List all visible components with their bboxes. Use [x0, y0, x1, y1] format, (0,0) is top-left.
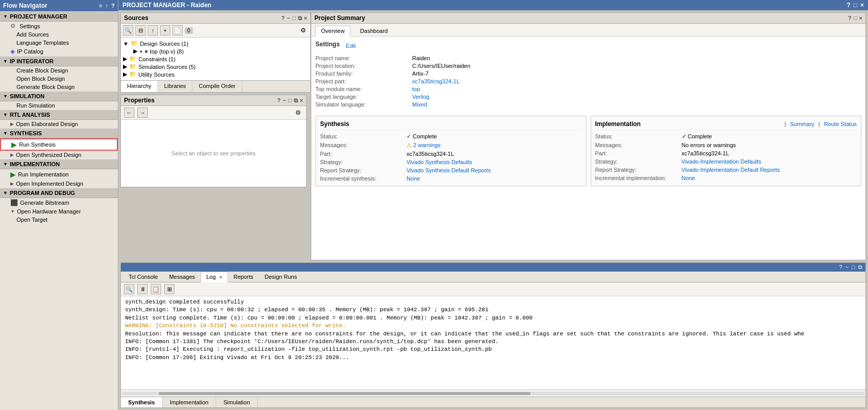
sources-min-icon[interactable]: −: [287, 15, 290, 21]
props-popout-icon[interactable]: ⧉: [294, 97, 298, 104]
flow-nav-icon-menu[interactable]: ≡: [99, 3, 102, 9]
ps-field-val-4[interactable]: top: [412, 86, 861, 92]
nav-create-block-design[interactable]: Create Block Design: [0, 66, 118, 75]
sources-refresh-btn[interactable]: ↑: [148, 25, 158, 35]
section-implementation[interactable]: ▼ IMPLEMENTATION: [0, 159, 118, 169]
console-hscrollbar[interactable]: [121, 389, 865, 397]
props-restore-icon[interactable]: □: [288, 97, 292, 103]
nav-run-simulation[interactable]: Run Simulation: [0, 101, 118, 110]
ps-tab-overview[interactable]: Overview: [315, 26, 350, 37]
section-program-debug[interactable]: ▼ PROGRAM AND DEBUG: [0, 188, 118, 198]
impl-incr-val[interactable]: None: [682, 175, 857, 181]
title-text: PROJECT MANAGER - Raiden: [122, 2, 211, 9]
synth-strategy-val[interactable]: Vivado Synthesis Defaults: [406, 159, 582, 165]
tab-tcl-console[interactable]: Tcl Console: [123, 272, 164, 282]
section-rtl-analysis[interactable]: ▼ RTL ANALYSIS: [0, 110, 118, 120]
section-synthesis[interactable]: ▼ SYNTHESIS: [0, 128, 118, 138]
tree-design-sources[interactable]: ▼ 📁 Design Sources (1): [123, 40, 308, 47]
console-search-btn[interactable]: 🔍: [124, 284, 134, 294]
ps-close-icon[interactable]: ×: [859, 15, 862, 21]
flow-nav-icon-help[interactable]: ?: [111, 3, 115, 9]
impl-check-icon: ✓: [682, 133, 688, 139]
sources-gear-btn[interactable]: ⚙: [298, 25, 308, 35]
props-gear-btn[interactable]: ⚙: [293, 108, 303, 118]
impl-route-link[interactable]: Route Status: [824, 121, 857, 127]
nav-run-implementation[interactable]: ▶ Run Implementation: [0, 169, 118, 180]
synth-incr-val[interactable]: None: [406, 175, 582, 182]
sources-restore-icon[interactable]: □: [292, 15, 296, 21]
ps-help-icon[interactable]: ?: [848, 15, 852, 21]
sources-help-icon[interactable]: ?: [281, 15, 285, 21]
sources-popout-icon[interactable]: ⧉: [298, 15, 302, 22]
tab-libraries[interactable]: Libraries: [158, 81, 192, 92]
nav-open-synthesized-design[interactable]: ▶ Open Synthesized Design: [0, 151, 118, 159]
title-close[interactable]: ×: [860, 2, 864, 9]
nav-open-block-design[interactable]: Open Block Design: [0, 75, 118, 83]
ps-field-val-3[interactable]: xc7a35ticsg324-1L: [412, 78, 861, 84]
console-copy-btn[interactable]: 📋: [151, 284, 161, 294]
tab-hierarchy[interactable]: Hierarchy: [121, 81, 158, 92]
flow-nav-icon-up[interactable]: ↑: [105, 3, 109, 9]
bottom-tab-synthesis[interactable]: Synthesis: [121, 397, 163, 407]
title-min[interactable]: □: [854, 2, 857, 9]
tab-log[interactable]: Log ×: [201, 272, 228, 282]
impl-summary-link[interactable]: Summary: [790, 121, 814, 127]
impl-report-val[interactable]: Vivado Implementation Default Reports: [682, 167, 857, 173]
nav-generate-block-design[interactable]: Generate Block Design: [0, 83, 118, 91]
nav-open-target-label: Open Target: [16, 217, 47, 223]
nav-open-hardware-manager[interactable]: ▼ Open Hardware Manager: [0, 207, 118, 216]
flow-nav-title: Flow Navigator: [3, 2, 47, 9]
props-min-icon[interactable]: −: [282, 97, 286, 103]
tree-top-file[interactable]: ▶ ● ■ top (top.v) (8): [123, 47, 308, 55]
section-simulation[interactable]: ▼ SIMULATION: [0, 91, 118, 101]
props-close-icon[interactable]: ×: [300, 97, 303, 103]
impl-strategy-val[interactable]: Vivado Implementation Defaults: [682, 158, 857, 165]
tree-utility-sources[interactable]: ▶ 📁 Utility Sources: [123, 70, 308, 78]
nav-add-sources[interactable]: Add Sources: [0, 30, 118, 39]
sources-close-icon[interactable]: ×: [304, 15, 307, 21]
props-back-btn[interactable]: ←: [124, 108, 134, 118]
nav-language-templates[interactable]: Language Templates: [0, 39, 118, 47]
section-project-manager[interactable]: ▼ PROJECT MANAGER: [0, 11, 118, 22]
sources-file-btn[interactable]: 📄: [172, 25, 183, 35]
console-expand-btn[interactable]: ⊞: [164, 284, 174, 294]
section-ip-integrator[interactable]: ▼ IP INTEGRATOR: [0, 56, 118, 66]
nav-run-synthesis[interactable]: ▶ Run Synthesis: [0, 138, 118, 151]
ps-edit-link[interactable]: Edit: [346, 43, 356, 49]
synth-card-grid: Status: ✓ Complete Messages: ⚠ 2 warning…: [320, 133, 582, 182]
console-min-icon[interactable]: −: [845, 264, 848, 271]
nav-open-implemented-design[interactable]: ▶ Open Implemented Design: [0, 180, 118, 188]
tab-reports[interactable]: Reports: [228, 272, 259, 282]
console-restore-icon[interactable]: □: [852, 264, 855, 271]
props-forward-btn[interactable]: →: [137, 108, 148, 118]
ps-field-val-6[interactable]: Mixed: [412, 101, 861, 108]
bottom-tab-simulation[interactable]: Simulation: [216, 397, 257, 407]
ps-restore-icon[interactable]: □: [854, 15, 857, 21]
console-help-icon[interactable]: ?: [839, 264, 842, 271]
console-pause-btn[interactable]: ⏸: [137, 284, 148, 294]
console-popout-icon[interactable]: ⧉: [858, 264, 862, 271]
console-tabs: Tcl Console Messages Log × Reports Desig…: [121, 272, 865, 282]
bottom-tab-implementation[interactable]: Implementation: [163, 397, 216, 407]
props-help-icon[interactable]: ?: [277, 97, 281, 103]
nav-add-sources-label: Add Sources: [16, 31, 49, 38]
tree-sim-sources[interactable]: ▶ 📁 Simulation Sources (5): [123, 63, 308, 70]
log-tab-close-icon[interactable]: ×: [219, 275, 222, 280]
nav-generate-bitstream[interactable]: ⬛ Generate Bitstream: [0, 198, 118, 207]
ps-tab-dashboard[interactable]: Dashboard: [355, 26, 394, 36]
tab-messages[interactable]: Messages: [164, 272, 201, 282]
synth-report-val[interactable]: Vivado Synthesis Default Reports: [406, 167, 582, 173]
nav-open-elaborated-design[interactable]: ▶ Open Elaborated Design: [0, 120, 118, 128]
title-help[interactable]: ?: [846, 2, 850, 9]
nav-open-target[interactable]: Open Target: [0, 216, 118, 224]
sources-search-btn[interactable]: 🔍: [123, 25, 133, 35]
tree-constraints[interactable]: ▶ 📁 Constraints (1): [123, 55, 308, 63]
console-body[interactable]: synth_design completed successfully synt…: [121, 296, 865, 389]
tab-design-runs[interactable]: Design Runs: [259, 272, 303, 282]
sources-filter-btn[interactable]: ⊟: [135, 25, 146, 35]
ps-field-val-5[interactable]: Verilog: [412, 94, 861, 100]
sources-add-btn[interactable]: +: [160, 25, 170, 35]
nav-settings[interactable]: ⚙ Settings: [0, 22, 118, 30]
tab-compile-order[interactable]: Compile Order: [192, 81, 242, 92]
nav-ip-catalog[interactable]: ◈ IP Catalog: [0, 47, 118, 56]
